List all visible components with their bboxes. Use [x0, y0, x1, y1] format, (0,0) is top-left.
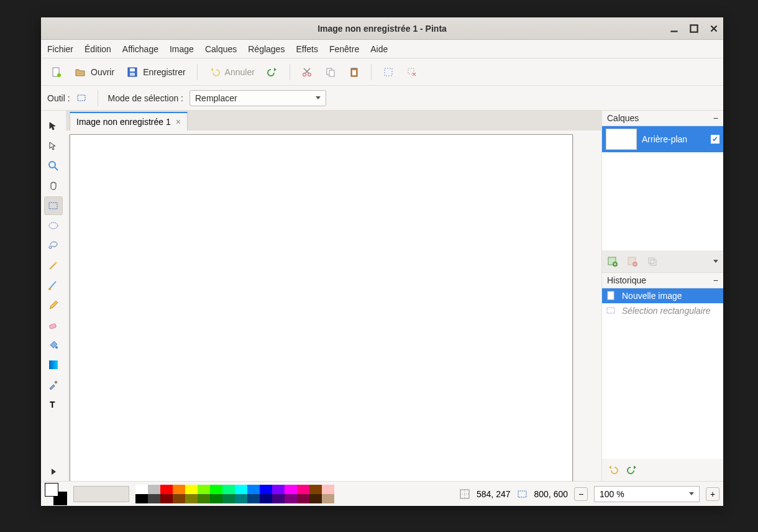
palette-swatch[interactable] [185, 494, 198, 503]
palette-swatch[interactable] [173, 485, 185, 494]
palette-swatch[interactable] [198, 485, 210, 494]
palette-swatch[interactable] [297, 494, 309, 503]
minimize-button[interactable] [669, 23, 680, 34]
palette-swatch[interactable] [260, 494, 272, 503]
palette-swatch[interactable] [173, 494, 185, 503]
new-button[interactable] [46, 64, 67, 80]
tab-close-button[interactable]: × [176, 117, 181, 127]
hand-icon [48, 180, 59, 191]
palette-swatch[interactable] [309, 494, 322, 503]
crop-to-selection-button[interactable] [378, 64, 399, 80]
palette-swatch[interactable] [135, 494, 148, 503]
palette-swatch[interactable] [285, 485, 297, 494]
zoom-in-button[interactable]: + [706, 487, 719, 501]
panel-minimize-button[interactable]: − [713, 275, 718, 285]
redo-button[interactable] [262, 64, 283, 80]
tool-text[interactable]: T [44, 395, 63, 414]
menu-help[interactable]: Aide [370, 44, 388, 54]
menu-edit[interactable]: Édition [84, 44, 111, 54]
menu-adjust[interactable]: Réglages [248, 44, 285, 54]
svg-rect-35 [518, 491, 526, 497]
zoom-out-button[interactable]: − [574, 487, 588, 501]
tool-rectangle-select[interactable] [44, 196, 63, 215]
tool-zoom[interactable] [44, 157, 63, 175]
tool-bucket[interactable] [44, 336, 63, 354]
selection-mode-combo[interactable]: Remplacer [190, 90, 326, 106]
palette-swatch[interactable] [322, 485, 334, 494]
tool-more[interactable] [44, 462, 63, 481]
tool-eraser[interactable] [44, 316, 63, 334]
tool-gradient[interactable] [44, 355, 63, 374]
palette-swatch[interactable] [285, 494, 297, 503]
palette-swatch[interactable] [247, 494, 260, 503]
menu-image[interactable]: Image [170, 44, 194, 54]
palette-swatch[interactable] [272, 494, 285, 503]
save-button[interactable]: Enregistrer [122, 64, 190, 80]
svg-rect-24 [54, 380, 58, 384]
palette-swatch[interactable] [148, 485, 160, 494]
palette-swatch[interactable] [185, 485, 198, 494]
save-label: Enregistrer [143, 67, 185, 77]
undo-icon[interactable] [607, 464, 618, 475]
tool-color-picker[interactable] [44, 375, 63, 394]
history-item[interactable]: Nouvelle image [602, 288, 723, 303]
canvas[interactable] [70, 134, 573, 481]
menu-file[interactable]: Fichier [47, 44, 73, 54]
palette-swatch[interactable] [160, 485, 173, 494]
open-button[interactable]: Ouvrir [70, 64, 119, 80]
delete-layer-icon[interactable] [627, 256, 638, 267]
palette-swatch[interactable] [235, 485, 247, 494]
palette-swatch[interactable] [260, 485, 272, 494]
chevron-down-icon[interactable] [713, 260, 718, 263]
tool-move[interactable] [44, 117, 63, 135]
tool-pan[interactable] [44, 177, 63, 195]
palette-swatch[interactable] [210, 485, 222, 494]
tool-magic-wand[interactable] [44, 256, 63, 275]
menu-window[interactable]: Fenêtre [329, 44, 359, 54]
tool-move-selection[interactable] [44, 137, 63, 155]
add-layer-icon[interactable] [607, 256, 618, 267]
palette-swatch[interactable] [148, 494, 160, 503]
palette-swatch[interactable] [235, 494, 247, 503]
layer-row[interactable]: Arrière-plan ✔ [602, 126, 723, 152]
tool-ellipse-select[interactable] [44, 216, 63, 235]
palette-swatch[interactable] [222, 485, 235, 494]
menu-layers[interactable]: Calques [205, 44, 237, 54]
palette-swatch[interactable] [135, 485, 148, 494]
svg-rect-9 [329, 70, 334, 76]
palette-swatch[interactable] [222, 494, 235, 503]
duplicate-layer-icon[interactable] [647, 256, 658, 267]
color-swatch-fg-bg[interactable] [45, 483, 67, 505]
palette-swatch[interactable] [210, 494, 222, 503]
palette-swatch[interactable] [297, 485, 309, 494]
menu-view[interactable]: Affichage [122, 44, 158, 54]
redo-icon[interactable] [627, 464, 638, 475]
deselect-button[interactable] [401, 64, 422, 80]
cut-button[interactable] [296, 64, 317, 80]
tool-pencil[interactable] [44, 296, 63, 314]
maximize-button[interactable] [688, 23, 700, 34]
foreground-color-swatch[interactable] [45, 483, 58, 497]
panel-minimize-button[interactable]: − [713, 113, 718, 123]
zoom-combo[interactable]: 100 % [594, 486, 700, 502]
tool-paintbrush[interactable] [44, 276, 63, 295]
undo-button[interactable]: Annuler [204, 64, 260, 80]
magnifier-icon [48, 160, 59, 172]
palette-swatch[interactable] [198, 494, 210, 503]
copy-button[interactable] [320, 64, 341, 80]
paste-button[interactable] [344, 64, 365, 80]
palette-swatch[interactable] [272, 485, 285, 494]
canvas-viewport[interactable] [66, 131, 601, 481]
palette-swatch[interactable] [309, 485, 322, 494]
menu-effects[interactable]: Effets [296, 44, 318, 54]
palette-swatch[interactable] [322, 494, 334, 503]
palette-swatch[interactable] [160, 494, 173, 503]
history-item[interactable]: Sélection rectangulaire [602, 303, 723, 318]
close-button[interactable] [708, 23, 719, 34]
svg-text:T: T [50, 400, 55, 410]
secondary-color-bar[interactable] [73, 486, 129, 502]
tool-lasso-select[interactable] [44, 236, 63, 255]
layer-visibility-checkbox[interactable]: ✔ [711, 135, 719, 144]
document-tab[interactable]: Image non enregistrée 1 × [70, 112, 188, 131]
palette-swatch[interactable] [247, 485, 260, 494]
